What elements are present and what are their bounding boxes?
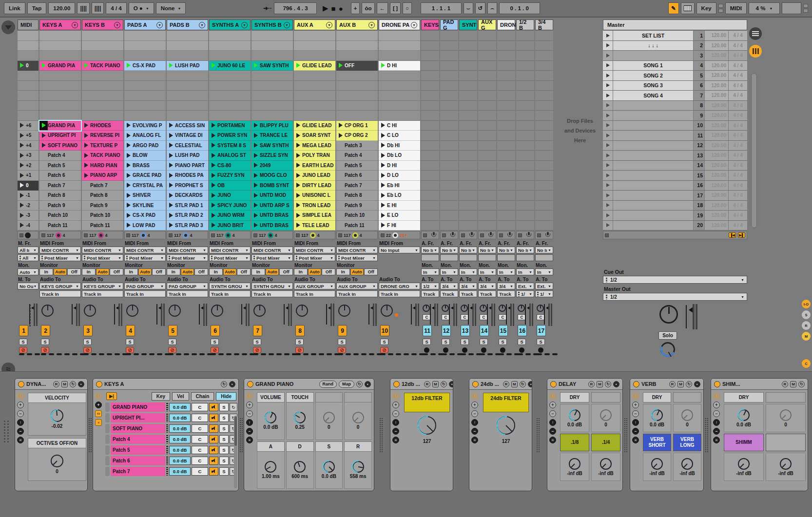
clip-slot[interactable] xyxy=(440,131,458,141)
track-activator-button[interactable]: 1 xyxy=(19,325,28,336)
clip[interactable]: Patch 8 xyxy=(82,191,123,201)
clip-play-icon[interactable] xyxy=(336,201,345,211)
clip-slot[interactable] xyxy=(535,31,553,41)
clip-play-icon[interactable] xyxy=(294,161,302,171)
scene-time-signature[interactable]: 4 / 4 xyxy=(729,41,747,51)
clip-play-icon[interactable] xyxy=(124,181,133,191)
track-header-pad-g[interactable]: PAD G xyxy=(440,19,458,30)
clip[interactable]: E HI xyxy=(379,201,420,211)
audio-to-channel-select[interactable]: Track In xyxy=(167,290,208,297)
volume-fader[interactable] xyxy=(487,304,488,325)
chain-volume[interactable]: 0.0 dB xyxy=(169,457,191,465)
scene-launch-button[interactable] xyxy=(603,191,613,200)
monitor-select[interactable]: In▼ xyxy=(459,268,477,275)
clip-slot[interactable] xyxy=(459,171,477,181)
clip-slot[interactable] xyxy=(124,101,166,111)
clip-play-icon[interactable] xyxy=(251,151,260,160)
scene-name[interactable]: SONG 3 xyxy=(613,81,693,91)
chain-scrollbar[interactable] xyxy=(234,416,237,488)
chain-row[interactable]: UPRIGHT PI...0.0 dBCS↻ xyxy=(105,413,237,423)
track-activator-button[interactable]: 15 xyxy=(499,325,508,336)
link-button[interactable]: Link xyxy=(4,2,25,14)
clip[interactable]: TEXTURE P xyxy=(82,141,123,151)
param-list-icon[interactable]: ≡ xyxy=(246,437,253,443)
clip-play-icon[interactable] xyxy=(124,211,133,220)
clip[interactable]: Patch 4 xyxy=(39,151,81,161)
clip-slot[interactable] xyxy=(18,101,39,111)
scene-launch-button[interactable] xyxy=(603,221,613,230)
scene-tempo[interactable]: 120.00 xyxy=(705,161,728,171)
scene-tempo[interactable]: 120.00 xyxy=(705,141,728,151)
volume-fader[interactable] xyxy=(368,304,369,325)
clip-play-icon[interactable] xyxy=(209,171,217,180)
rand-button[interactable]: Rand xyxy=(319,381,337,388)
clip-stop-button[interactable] xyxy=(480,233,484,237)
clip-play-icon[interactable] xyxy=(251,201,260,211)
clip-play-icon[interactable] xyxy=(82,171,90,180)
clip-slot[interactable] xyxy=(516,171,534,181)
monitor-off-button[interactable]: Off xyxy=(152,268,166,275)
clip-slot[interactable] xyxy=(251,51,293,61)
clip-slot[interactable] xyxy=(459,211,477,221)
clip-play-icon[interactable] xyxy=(18,171,26,180)
clip[interactable]: PIANO ARP xyxy=(82,171,123,181)
clip-play-icon[interactable] xyxy=(18,201,26,211)
clip-overview-icon[interactable] xyxy=(749,45,762,57)
clip-play-icon[interactable] xyxy=(294,121,302,131)
clip-play-icon[interactable] xyxy=(294,151,302,160)
audio-from-select[interactable]: No Iı▼ xyxy=(478,247,496,253)
clip-play-icon[interactable] xyxy=(167,221,175,230)
clip-play-icon[interactable] xyxy=(39,201,48,211)
param-list-icon[interactable]: ≡ xyxy=(632,437,639,443)
loop-length-field[interactable]: 0 . 1 . 0 xyxy=(499,2,540,14)
clip-play-icon[interactable] xyxy=(124,221,133,230)
midi-channel-select[interactable]: Post Mixer▼ xyxy=(209,254,251,261)
clip-slot[interactable] xyxy=(535,191,553,201)
clip-slot[interactable] xyxy=(497,201,515,211)
clip[interactable]: PORTAMEN xyxy=(209,121,251,131)
expand-icon[interactable]: + xyxy=(632,402,639,408)
sync-icon[interactable]: ↻ xyxy=(605,381,611,387)
clip-play-icon[interactable] xyxy=(18,121,26,131)
audio-to-channel-select[interactable]: Track xyxy=(459,290,477,297)
show-io-toggle[interactable]: I-O xyxy=(802,300,811,308)
solo-button[interactable]: S xyxy=(442,339,450,345)
scene-tempo[interactable]: 120.00 xyxy=(705,81,728,91)
clip-play-icon[interactable] xyxy=(18,131,26,140)
clip[interactable]: SOFT PIANO xyxy=(39,141,81,151)
chain-volume[interactable]: 0.0 dB xyxy=(169,435,191,443)
volume-fader[interactable] xyxy=(241,304,242,325)
clip-slot[interactable] xyxy=(440,71,458,81)
arm-button[interactable] xyxy=(538,347,543,353)
clip-slot[interactable] xyxy=(82,41,123,51)
clip-play-icon[interactable] xyxy=(167,201,175,211)
clip-slot[interactable] xyxy=(516,161,534,171)
clip-slot[interactable] xyxy=(440,41,458,51)
clip-play-icon[interactable] xyxy=(379,61,387,71)
monitor-select[interactable]: In▼ xyxy=(497,268,515,275)
clip-play-icon[interactable] xyxy=(209,141,217,151)
map-button[interactable]: Map xyxy=(339,381,354,388)
monitor-select[interactable]: In▼ xyxy=(440,268,458,275)
audio-to-select[interactable]: AUX GROUP▼ xyxy=(294,283,335,289)
clip-slot[interactable] xyxy=(82,101,123,111)
clip-play-icon[interactable] xyxy=(167,151,175,160)
clip-play-icon[interactable] xyxy=(124,121,133,131)
chain-grip[interactable] xyxy=(105,435,110,444)
save-icon[interactable]: ▪ xyxy=(613,381,619,387)
clip-play-icon[interactable] xyxy=(18,191,26,200)
clip-slot[interactable] xyxy=(124,81,166,91)
clip-stop-button[interactable] xyxy=(423,233,427,237)
clip-slot[interactable] xyxy=(39,101,81,111)
scene-launch-button[interactable] xyxy=(603,161,613,171)
arm-button[interactable]: ⊘ xyxy=(380,347,388,353)
new-midi-icon[interactable]: + xyxy=(351,2,360,14)
track-activator-button[interactable]: 17 xyxy=(537,325,546,336)
clip-play-icon[interactable] xyxy=(251,121,260,131)
clip-play-icon[interactable] xyxy=(18,211,26,220)
clip-slot[interactable] xyxy=(497,121,515,131)
clip-slot[interactable] xyxy=(516,61,534,71)
midi-map-button[interactable]: MIDI xyxy=(725,2,747,14)
nudge-down-icon[interactable]: |||| xyxy=(77,2,89,14)
arm-button[interactable] xyxy=(443,347,448,353)
